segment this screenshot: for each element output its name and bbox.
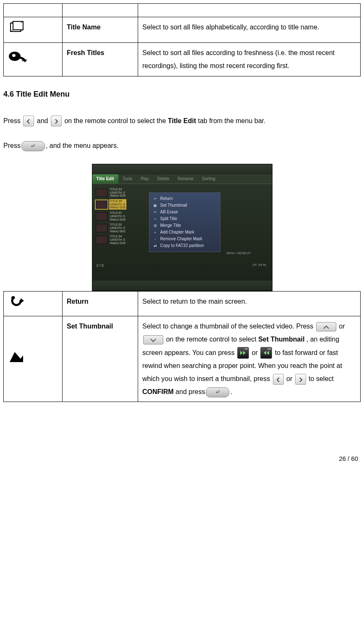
text: and [37, 117, 50, 124]
return-desc: Select to return to the main screen. [138, 292, 361, 316]
fast-rewind-icon: FR [260, 347, 272, 359]
list-count: 2 / 5 [97, 263, 104, 268]
sort-options-table: Title Name Select to sort all files alph… [3, 3, 361, 76]
fresh-titles-icon: ew [8, 50, 27, 69]
right-arrow-icon [295, 374, 306, 385]
svg-text:ew: ew [22, 58, 27, 62]
enter-button-icon: ⤶ [206, 387, 229, 397]
left-arrow-icon [23, 116, 34, 126]
tab-delete: Delete [153, 174, 173, 184]
enter-button-icon: ⤶ [21, 141, 45, 151]
text: . [230, 388, 232, 395]
title-name-desc: Select to sort all files alphabetically,… [138, 17, 361, 43]
fresh-titles-label: Fresh Titles [63, 43, 138, 76]
text: Select to change a thumbnail of the sele… [142, 323, 315, 330]
instruction-para-2: Press⤶, and the menu appears. [3, 139, 361, 152]
title-edit-screenshot: Title Edit Tools Play Delete Rename Sort… [92, 164, 272, 291]
tab-play: Play [136, 174, 153, 184]
left-arrow-icon [273, 374, 284, 385]
text: , and the menu appears. [46, 142, 118, 149]
text: or [339, 323, 345, 330]
set-thumbnail-icon [8, 359, 25, 366]
fast-forward-icon: FF [237, 347, 249, 359]
down-arrow-icon [143, 335, 163, 344]
screenshot-tabs: Title Edit Tools Play Delete Rename Sort… [92, 174, 272, 184]
tab-tools: Tools [118, 174, 136, 184]
text: Press [3, 142, 21, 149]
title-name-icon [8, 21, 26, 39]
title-name-label: Title Name [63, 17, 138, 43]
time-status: 00:01 / 00:56:27 [227, 251, 251, 255]
set-thumbnail-label: Set Thumbnail [63, 316, 138, 402]
context-menu: ↩Return ▣Set Thumbnail ✄AB Erase ⎃Split … [149, 192, 220, 252]
fresh-titles-desc: Select to sort all files according to fr… [138, 43, 361, 76]
text: tab from the menu bar. [198, 117, 265, 124]
tab-title-edit: Title Edit [92, 174, 118, 184]
text: on the remote control to select the [64, 117, 168, 124]
instruction-para-1: Press and on the remote control to selec… [3, 114, 361, 127]
page-number: 26 / 60 [3, 452, 361, 465]
title-edit-options-table: Return Select to return to the main scre… [3, 291, 361, 402]
text: or [252, 349, 260, 356]
section-heading: 4.6 Title Edit Menu [3, 87, 361, 102]
return-icon [8, 295, 26, 313]
text: or [286, 375, 294, 382]
lp-status: LP: 29 hr, [252, 263, 267, 267]
tab-rename: Rename [173, 174, 198, 184]
set-thumbnail-bold: Set Thumbnail [258, 336, 304, 343]
text: to select [309, 375, 334, 382]
svg-point-3 [12, 54, 16, 57]
svg-point-5 [11, 296, 15, 300]
up-arrow-icon [316, 322, 336, 331]
set-thumbnail-desc: Select to change a thumbnail of the sele… [138, 316, 361, 402]
text: and press [175, 388, 205, 395]
title-edit-bold: Title Edit [168, 117, 196, 124]
right-arrow-icon [51, 116, 62, 126]
tab-sorting: Sorting [198, 174, 220, 184]
title-list: TITLE 03LENGTH: 0Video1 01/0 TITLE 05LEN… [96, 187, 144, 245]
return-label: Return [63, 292, 138, 316]
confirm-bold: CONFIRM [142, 388, 174, 395]
text: on the remote control to select [166, 336, 258, 343]
text: Press [3, 117, 22, 124]
